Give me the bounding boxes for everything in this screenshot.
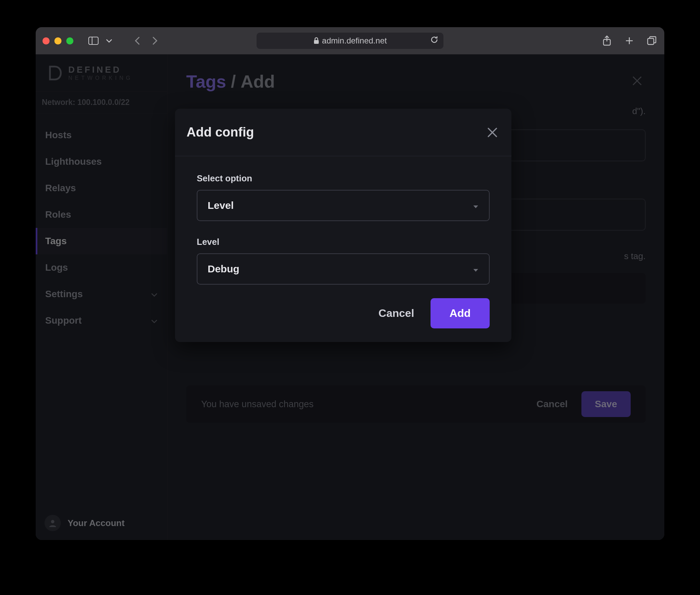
caret-down-icon [473,263,479,275]
caret-down-icon [473,200,479,211]
minimize-window-button[interactable] [54,37,62,44]
browser-window: admin.defined.net [36,27,664,540]
browser-titlebar: admin.defined.net [36,27,664,54]
toolbar-right-group [601,35,658,47]
reload-icon[interactable] [430,35,439,46]
sidebar-toggle-icon[interactable] [87,34,100,47]
app-content: DEFINED NETWORKING Network: 100.100.0.0/… [36,54,664,540]
traffic-lights [42,37,73,44]
modal-header: Add config [175,109,511,156]
modal-actions: Cancel Add [197,295,490,328]
level-value: Debug [208,263,239,275]
select-option-dropdown[interactable]: Level [197,190,490,221]
url-text: admin.defined.net [322,36,387,46]
modal-close-icon[interactable] [485,125,500,140]
back-button[interactable] [131,34,144,48]
nav-arrows [131,34,161,48]
modal-title: Add config [187,125,254,140]
add-config-modal: Add config Select option Level Level Deb… [175,109,511,342]
svg-marker-16 [473,269,478,272]
toolbar-dropdown-icon[interactable] [103,34,116,47]
svg-rect-2 [314,40,319,44]
select-option-label: Select option [197,173,490,184]
tabs-overview-icon[interactable] [646,35,658,47]
maximize-window-button[interactable] [66,37,73,44]
select-option-value: Level [208,200,234,211]
close-window-button[interactable] [42,37,50,44]
svg-marker-15 [473,205,478,208]
modal-body: Select option Level Level Debug Cancel [175,156,511,342]
modal-cancel-button[interactable]: Cancel [379,307,414,320]
svg-rect-0 [89,37,98,44]
new-tab-icon[interactable] [624,35,635,47]
level-label: Level [197,237,490,247]
svg-rect-7 [648,38,654,44]
modal-add-button[interactable]: Add [431,298,490,328]
level-dropdown[interactable]: Debug [197,253,490,285]
forward-button[interactable] [148,34,161,48]
share-icon[interactable] [601,35,613,47]
toolbar-left-group [87,34,116,47]
lock-icon [313,37,319,44]
address-bar[interactable]: admin.defined.net [257,33,443,49]
